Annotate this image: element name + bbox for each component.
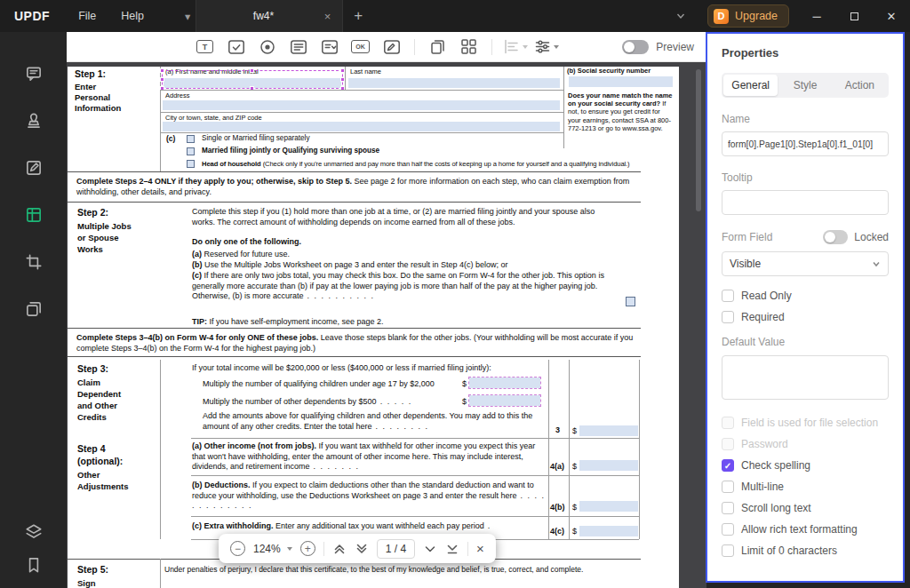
tab-list-caret-icon[interactable]: ▾ [180, 10, 196, 23]
other-dependents-field[interactable] [469, 395, 540, 406]
preview-toggle[interactable]: Preview [622, 40, 694, 54]
tool-radio-field[interactable] [251, 35, 283, 60]
close-window-button[interactable]: ✕ [873, 0, 910, 32]
zoom-in-button[interactable]: + [300, 541, 315, 556]
page-indicator[interactable]: 1 / 4 [377, 539, 415, 559]
step1-sub: Information [75, 103, 121, 114]
text-field-icon: T [196, 40, 213, 53]
step4a-field[interactable] [579, 460, 638, 471]
multi-line-checkbox[interactable]: Multi-line [722, 481, 889, 493]
tool-signature-field[interactable] [376, 35, 407, 60]
jump-last-page-button[interactable] [355, 542, 369, 556]
document-scrollbar[interactable] [696, 69, 701, 211]
tool-list-box[interactable] [283, 35, 314, 60]
tool-align[interactable] [499, 35, 531, 60]
document-tab[interactable]: fw4* × [196, 0, 343, 32]
selection-handle[interactable] [250, 68, 254, 73]
form-toolbar: T OK Preview [67, 32, 706, 62]
comment-icon [24, 64, 44, 83]
upgrade-button[interactable]: D Upgrade [707, 4, 789, 28]
next-page-button[interactable] [445, 542, 459, 556]
menu-file[interactable]: File [66, 0, 108, 32]
row-number: 4(b) [550, 503, 565, 513]
limit-characters-checkbox[interactable]: Limit of 0 characters [722, 544, 889, 557]
filing-option-label: Married filing jointly or Qualifying sur… [202, 147, 379, 155]
visibility-select[interactable]: Visible [722, 251, 889, 276]
read-only-checkbox[interactable]: Read Only [722, 290, 889, 302]
rich-text-checkbox[interactable]: Allow rich text formatting [722, 523, 889, 536]
selection-handle[interactable] [160, 68, 164, 73]
sidebar-item-layers[interactable] [14, 515, 53, 548]
filing-hoh-checkbox[interactable] [187, 160, 195, 168]
tab-close-icon[interactable]: × [322, 10, 334, 23]
tool-text-field[interactable]: T [189, 35, 220, 60]
option-label: Field is used for file selection [741, 417, 878, 429]
sidebar-item-bookmark[interactable] [14, 548, 53, 581]
step2-b-rest: Use the Multiple Jobs Worksheet on page … [203, 260, 508, 269]
selection-handle[interactable] [340, 68, 345, 73]
zoom-level[interactable]: 124% [253, 543, 292, 555]
sidebar-item-edit[interactable] [14, 144, 53, 191]
tool-push-button[interactable]: OK [345, 35, 376, 60]
city-field[interactable] [163, 122, 560, 131]
caret-down-icon [554, 45, 559, 49]
file-selection-checkbox[interactable]: Field is used for file selection [722, 417, 889, 429]
upgrade-label: Upgrade [735, 10, 778, 22]
qualifying-children-field[interactable] [469, 377, 540, 388]
step4c-field[interactable] [579, 526, 638, 536]
collapse-toolbar-button[interactable] [663, 11, 698, 21]
last-name-field[interactable] [348, 78, 560, 88]
new-tab-button[interactable]: + [343, 7, 373, 25]
name-label: Name [722, 113, 889, 125]
tooltip-input[interactable] [722, 190, 889, 215]
minimize-button[interactable]: ─ [798, 0, 835, 32]
stamp-icon [24, 111, 44, 131]
menu-help[interactable]: Help [108, 0, 156, 32]
zoom-out-button[interactable]: − [230, 541, 245, 556]
two-jobs-checkbox[interactable] [626, 297, 635, 306]
tool-combo-box[interactable] [314, 35, 345, 60]
check-spelling-checkbox[interactable]: Check spelling [722, 459, 889, 472]
selection-handle[interactable] [160, 77, 164, 82]
required-checkbox[interactable]: Required [722, 311, 889, 323]
step3-total-field[interactable] [579, 425, 638, 436]
sidebar-item-crop[interactable] [14, 238, 53, 285]
ssn-field[interactable] [569, 76, 673, 87]
sidebar-item-form[interactable] [14, 191, 53, 238]
tool-checkbox-field[interactable] [220, 35, 251, 60]
sidebar-item-stamp[interactable] [14, 97, 53, 144]
name-input[interactable] [722, 131, 889, 156]
scroll-long-text-checkbox[interactable]: Scroll long text [722, 502, 889, 514]
field-selection-box[interactable] [162, 70, 343, 89]
jump-first-page-button[interactable] [332, 542, 347, 556]
read-only-label: Read Only [741, 290, 792, 302]
currency-symbol: $ [572, 527, 577, 537]
tab-style[interactable]: Style [778, 75, 832, 96]
address-field[interactable] [163, 100, 560, 110]
tool-tune[interactable] [531, 35, 562, 60]
filing-joint-checkbox[interactable] [187, 147, 195, 155]
filing-single-checkbox[interactable] [187, 135, 195, 143]
tab-general[interactable]: General [723, 75, 778, 96]
tool-copy[interactable] [422, 35, 453, 60]
step2-c-bold: (c) [192, 271, 202, 280]
tool-layout-grid[interactable] [453, 35, 484, 60]
sidebar-item-organize[interactable] [14, 285, 53, 332]
preview-toggle-switch[interactable] [622, 40, 649, 54]
locked-toggle[interactable] [823, 230, 848, 244]
default-value-textarea[interactable] [722, 355, 889, 400]
sidebar-item-comment[interactable] [14, 50, 53, 97]
maximize-button[interactable] [835, 0, 873, 32]
currency-symbol: $ [462, 379, 467, 390]
close-zoombar-button[interactable]: × [476, 541, 484, 556]
steps24-note-bold: Complete Steps 2–4 ONLY if they apply to… [76, 177, 352, 186]
filing-hoh-rest: (Check only if you're unmarried and pay … [261, 160, 630, 168]
option-label: Limit of 0 characters [741, 544, 837, 557]
step4b-field[interactable] [579, 501, 638, 512]
step4-c-bold: (c) Extra withholding. [192, 521, 274, 530]
selection-handle[interactable] [340, 77, 345, 82]
previous-page-button[interactable] [423, 542, 437, 556]
tab-action[interactable]: Action [833, 75, 887, 96]
step2-c-rest: If there are only two jobs total, you ma… [192, 271, 604, 300]
password-checkbox[interactable]: Password [722, 438, 889, 450]
